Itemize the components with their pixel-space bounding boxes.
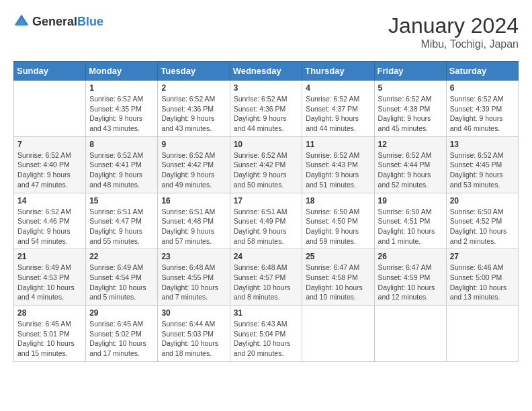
day-number: 14 <box>17 196 82 205</box>
col-wednesday: Wednesday <box>230 62 302 81</box>
day-number: 13 <box>450 140 515 149</box>
day-info: Sunrise: 6:52 AMSunset: 4:41 PMDaylight:… <box>89 150 154 190</box>
calendar-cell: 10Sunrise: 6:52 AMSunset: 4:42 PMDayligh… <box>230 136 302 193</box>
day-info: Sunrise: 6:48 AMSunset: 4:55 PMDaylight:… <box>161 263 226 302</box>
calendar-cell: 6Sunrise: 6:52 AMSunset: 4:39 PMDaylight… <box>446 81 518 137</box>
page-header: GeneralBlue January 2024 Mibu, Tochigi, … <box>13 13 519 50</box>
day-info: Sunrise: 6:46 AMSunset: 5:00 PMDaylight:… <box>450 263 515 302</box>
calendar-cell: 21Sunrise: 6:49 AMSunset: 4:53 PMDayligh… <box>14 249 86 306</box>
day-info: Sunrise: 6:50 AMSunset: 4:50 PMDaylight:… <box>306 207 370 246</box>
col-saturday: Saturday <box>446 62 518 81</box>
day-number: 15 <box>89 196 154 205</box>
calendar-cell <box>446 306 518 362</box>
day-info: Sunrise: 6:52 AMSunset: 4:37 PMDaylight:… <box>306 94 370 134</box>
day-number: 18 <box>306 196 370 205</box>
calendar-cell: 12Sunrise: 6:52 AMSunset: 4:44 PMDayligh… <box>374 136 446 193</box>
day-info: Sunrise: 6:48 AMSunset: 4:57 PMDaylight:… <box>234 263 299 302</box>
day-info: Sunrise: 6:52 AMSunset: 4:42 PMDaylight:… <box>161 150 226 190</box>
title-block: January 2024 Mibu, Tochigi, Japan <box>388 13 519 50</box>
calendar-cell: 19Sunrise: 6:50 AMSunset: 4:51 PMDayligh… <box>374 193 446 249</box>
day-number: 10 <box>234 140 299 149</box>
calendar-cell: 14Sunrise: 6:52 AMSunset: 4:46 PMDayligh… <box>14 193 86 249</box>
day-info: Sunrise: 6:52 AMSunset: 4:44 PMDaylight:… <box>378 150 443 190</box>
day-number: 6 <box>450 83 515 93</box>
calendar-cell: 29Sunrise: 6:45 AMSunset: 5:02 PMDayligh… <box>86 306 158 362</box>
calendar-cell: 20Sunrise: 6:50 AMSunset: 4:52 PMDayligh… <box>446 193 518 249</box>
day-number: 16 <box>161 196 226 205</box>
day-info: Sunrise: 6:49 AMSunset: 4:53 PMDaylight:… <box>17 263 82 302</box>
col-sunday: Sunday <box>14 62 86 81</box>
calendar-cell: 30Sunrise: 6:44 AMSunset: 5:03 PMDayligh… <box>158 306 230 362</box>
calendar-cell: 17Sunrise: 6:51 AMSunset: 4:49 PMDayligh… <box>230 193 302 249</box>
calendar-cell: 8Sunrise: 6:52 AMSunset: 4:41 PMDaylight… <box>86 136 158 193</box>
day-number: 25 <box>306 252 370 261</box>
day-info: Sunrise: 6:52 AMSunset: 4:36 PMDaylight:… <box>161 94 226 134</box>
day-number: 19 <box>378 196 443 205</box>
day-number: 4 <box>306 83 370 93</box>
day-number: 24 <box>234 252 299 261</box>
calendar-table: Sunday Monday Tuesday Wednesday Thursday… <box>13 61 519 362</box>
day-info: Sunrise: 6:52 AMSunset: 4:39 PMDaylight:… <box>450 94 515 134</box>
day-info: Sunrise: 6:51 AMSunset: 4:47 PMDaylight:… <box>89 207 154 246</box>
day-info: Sunrise: 6:51 AMSunset: 4:48 PMDaylight:… <box>161 207 226 246</box>
calendar-subtitle: Mibu, Tochigi, Japan <box>388 38 519 50</box>
calendar-week-1: 7Sunrise: 6:52 AMSunset: 4:40 PMDaylight… <box>14 136 519 193</box>
calendar-cell: 3Sunrise: 6:52 AMSunset: 4:36 PMDaylight… <box>230 81 302 137</box>
calendar-cell <box>14 81 86 137</box>
day-number: 17 <box>234 196 299 205</box>
day-number: 21 <box>17 252 82 261</box>
day-info: Sunrise: 6:45 AMSunset: 5:01 PMDaylight:… <box>17 319 82 359</box>
day-number: 31 <box>234 308 299 318</box>
calendar-cell: 26Sunrise: 6:47 AMSunset: 4:59 PMDayligh… <box>374 249 446 306</box>
calendar-cell: 16Sunrise: 6:51 AMSunset: 4:48 PMDayligh… <box>158 193 230 249</box>
day-info: Sunrise: 6:52 AMSunset: 4:35 PMDaylight:… <box>89 94 154 134</box>
calendar-header: Sunday Monday Tuesday Wednesday Thursday… <box>14 62 519 81</box>
calendar-cell: 4Sunrise: 6:52 AMSunset: 4:37 PMDaylight… <box>302 81 374 137</box>
header-row: Sunday Monday Tuesday Wednesday Thursday… <box>14 62 519 81</box>
day-number: 1 <box>89 83 154 93</box>
day-info: Sunrise: 6:52 AMSunset: 4:38 PMDaylight:… <box>378 94 443 134</box>
day-info: Sunrise: 6:47 AMSunset: 4:59 PMDaylight:… <box>378 263 443 302</box>
calendar-cell: 24Sunrise: 6:48 AMSunset: 4:57 PMDayligh… <box>230 249 302 306</box>
calendar-cell: 31Sunrise: 6:43 AMSunset: 5:04 PMDayligh… <box>230 306 302 362</box>
day-number: 5 <box>378 83 443 93</box>
calendar-body: 1Sunrise: 6:52 AMSunset: 4:35 PMDaylight… <box>14 81 519 362</box>
day-info: Sunrise: 6:52 AMSunset: 4:40 PMDaylight:… <box>17 150 82 190</box>
calendar-cell: 2Sunrise: 6:52 AMSunset: 4:36 PMDaylight… <box>158 81 230 137</box>
calendar-cell: 28Sunrise: 6:45 AMSunset: 5:01 PMDayligh… <box>14 306 86 362</box>
calendar-cell: 1Sunrise: 6:52 AMSunset: 4:35 PMDaylight… <box>86 81 158 137</box>
calendar-cell: 18Sunrise: 6:50 AMSunset: 4:50 PMDayligh… <box>302 193 374 249</box>
day-number: 7 <box>17 140 82 149</box>
day-number: 20 <box>450 196 515 205</box>
day-number: 3 <box>234 83 299 93</box>
calendar-cell: 7Sunrise: 6:52 AMSunset: 4:40 PMDaylight… <box>14 136 86 193</box>
calendar-cell: 11Sunrise: 6:52 AMSunset: 4:43 PMDayligh… <box>302 136 374 193</box>
day-info: Sunrise: 6:44 AMSunset: 5:03 PMDaylight:… <box>161 319 226 359</box>
day-info: Sunrise: 6:50 AMSunset: 4:52 PMDaylight:… <box>450 207 515 246</box>
col-monday: Monday <box>86 62 158 81</box>
day-number: 2 <box>161 83 226 93</box>
day-info: Sunrise: 6:43 AMSunset: 5:04 PMDaylight:… <box>234 319 299 359</box>
day-number: 28 <box>17 308 82 318</box>
day-number: 27 <box>450 252 515 261</box>
day-info: Sunrise: 6:50 AMSunset: 4:51 PMDaylight:… <box>378 207 443 246</box>
logo: GeneralBlue <box>13 13 103 30</box>
day-info: Sunrise: 6:49 AMSunset: 4:54 PMDaylight:… <box>89 263 154 302</box>
calendar-cell: 25Sunrise: 6:47 AMSunset: 4:58 PMDayligh… <box>302 249 374 306</box>
day-number: 29 <box>89 308 154 318</box>
day-info: Sunrise: 6:47 AMSunset: 4:58 PMDaylight:… <box>306 263 370 302</box>
day-number: 12 <box>378 140 443 149</box>
day-info: Sunrise: 6:52 AMSunset: 4:43 PMDaylight:… <box>306 150 370 190</box>
day-info: Sunrise: 6:52 AMSunset: 4:45 PMDaylight:… <box>450 150 515 190</box>
calendar-title: January 2024 <box>388 13 519 38</box>
calendar-cell: 23Sunrise: 6:48 AMSunset: 4:55 PMDayligh… <box>158 249 230 306</box>
day-number: 8 <box>89 140 154 149</box>
logo-icon <box>13 13 30 30</box>
logo-general: General <box>32 15 77 28</box>
day-number: 23 <box>161 252 226 261</box>
calendar-cell <box>374 306 446 362</box>
calendar-cell: 5Sunrise: 6:52 AMSunset: 4:38 PMDaylight… <box>374 81 446 137</box>
calendar-cell <box>302 306 374 362</box>
calendar-week-3: 21Sunrise: 6:49 AMSunset: 4:53 PMDayligh… <box>14 249 519 306</box>
logo-blue: Blue <box>77 15 103 28</box>
